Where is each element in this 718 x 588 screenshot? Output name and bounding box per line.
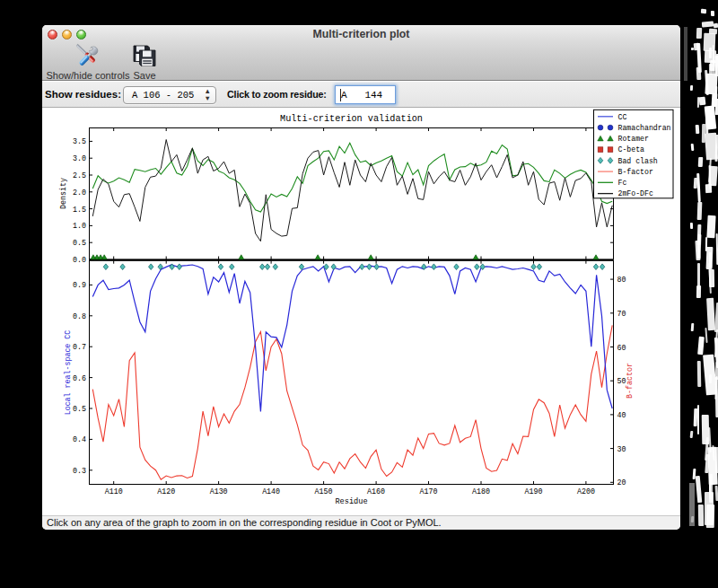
svg-text:A130: A130: [210, 487, 228, 496]
svg-text:80: 80: [617, 276, 626, 284]
svg-text:20: 20: [617, 478, 626, 487]
svg-text:2mFo-DFc: 2mFo-DFc: [618, 189, 653, 197]
svg-text:Fc: Fc: [618, 179, 627, 187]
svg-text:3.0: 3.0: [73, 154, 86, 162]
svg-text:0.7: 0.7: [73, 343, 86, 351]
svg-text:1.5: 1.5: [73, 206, 86, 214]
svg-text:CC: CC: [618, 113, 627, 121]
svg-text:A180: A180: [472, 487, 490, 496]
svg-text:Rotamer: Rotamer: [618, 135, 649, 143]
svg-text:0.5: 0.5: [73, 405, 86, 413]
svg-text:Bad clash: Bad clash: [618, 157, 658, 165]
svg-text:0.4: 0.4: [73, 435, 86, 443]
svg-text:A200: A200: [577, 487, 595, 496]
svg-text:Ramachandran: Ramachandran: [618, 124, 671, 132]
svg-text:A140: A140: [262, 487, 280, 496]
svg-text:60: 60: [617, 344, 626, 352]
svg-text:A190: A190: [524, 487, 542, 496]
svg-text:0.9: 0.9: [73, 281, 86, 289]
svg-text:40: 40: [617, 411, 626, 419]
svg-text:0.8: 0.8: [73, 312, 86, 320]
svg-text:A150: A150: [315, 487, 333, 496]
svg-text:0.5: 0.5: [73, 239, 86, 247]
svg-text:0.0: 0.0: [73, 256, 86, 264]
svg-text:A170: A170: [420, 487, 438, 496]
svg-text:Density: Density: [59, 178, 67, 209]
svg-text:Local real-space CC: Local real-space CC: [64, 330, 72, 416]
svg-text:Multi-criterion validation: Multi-criterion validation: [280, 114, 423, 124]
svg-text:0.6: 0.6: [73, 374, 86, 382]
svg-text:30: 30: [617, 445, 626, 453]
svg-text:C-beta: C-beta: [618, 145, 645, 154]
svg-text:A120: A120: [157, 487, 175, 496]
svg-text:B-factor: B-factor: [626, 363, 634, 399]
svg-text:2.5: 2.5: [73, 171, 86, 180]
svg-text:70: 70: [617, 310, 626, 318]
svg-text:1.0: 1.0: [73, 222, 86, 230]
svg-text:0.3: 0.3: [73, 467, 86, 475]
svg-text:A110: A110: [105, 487, 123, 496]
svg-text:B-factor: B-factor: [618, 168, 653, 176]
svg-text:3.5: 3.5: [73, 137, 86, 145]
svg-text:Residue: Residue: [335, 497, 367, 506]
svg-text:2.0: 2.0: [73, 189, 86, 197]
svg-text:A160: A160: [367, 487, 385, 496]
